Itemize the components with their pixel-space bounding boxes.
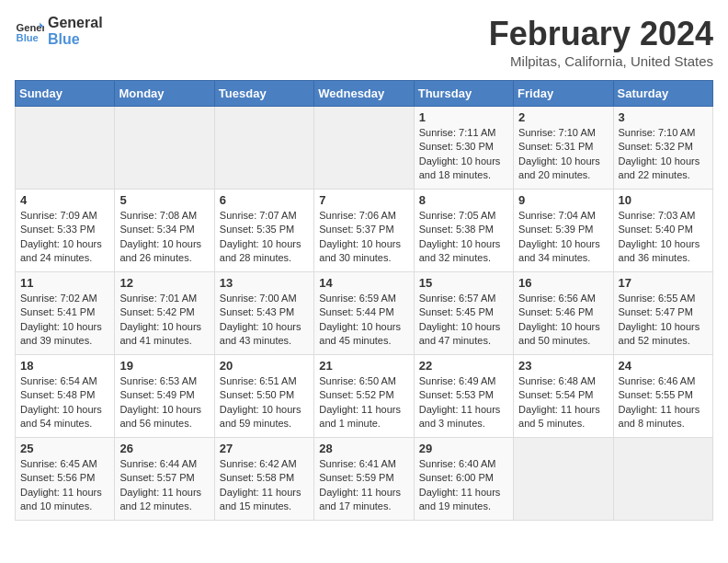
calendar-cell — [115, 107, 214, 190]
day-number: 15 — [419, 276, 508, 290]
day-number: 7 — [319, 193, 408, 207]
calendar-cell: 21Sunrise: 6:50 AM Sunset: 5:52 PM Dayli… — [314, 355, 414, 438]
day-info: Sunrise: 7:05 AM Sunset: 5:38 PM Dayligh… — [419, 209, 508, 266]
day-info: Sunrise: 6:48 AM Sunset: 5:54 PM Dayligh… — [518, 374, 608, 431]
calendar-cell: 14Sunrise: 6:59 AM Sunset: 5:44 PM Dayli… — [314, 272, 414, 355]
calendar-cell: 11Sunrise: 7:02 AM Sunset: 5:41 PM Dayli… — [16, 272, 115, 355]
calendar-cell: 20Sunrise: 6:51 AM Sunset: 5:50 PM Dayli… — [214, 355, 313, 438]
week-row-3: 11Sunrise: 7:02 AM Sunset: 5:41 PM Dayli… — [16, 272, 713, 355]
day-info: Sunrise: 6:55 AM Sunset: 5:47 PM Dayligh… — [619, 292, 708, 349]
day-info: Sunrise: 7:10 AM Sunset: 5:32 PM Dayligh… — [619, 126, 708, 183]
day-info: Sunrise: 7:03 AM Sunset: 5:40 PM Dayligh… — [619, 209, 708, 266]
day-info: Sunrise: 7:11 AM Sunset: 5:30 PM Dayligh… — [419, 126, 508, 183]
day-number: 17 — [619, 276, 708, 290]
day-info: Sunrise: 7:06 AM Sunset: 5:37 PM Dayligh… — [319, 209, 408, 266]
day-number: 12 — [119, 276, 209, 290]
day-number: 2 — [518, 110, 608, 124]
calendar-cell — [214, 107, 313, 190]
day-number: 27 — [220, 442, 309, 455]
logo-general: General — [48, 15, 103, 31]
calendar-cell: 6Sunrise: 7:07 AM Sunset: 5:35 PM Daylig… — [214, 190, 313, 272]
day-info: Sunrise: 6:40 AM Sunset: 6:00 PM Dayligh… — [419, 457, 508, 514]
day-info: Sunrise: 6:45 AM Sunset: 5:56 PM Dayligh… — [20, 457, 109, 514]
day-info: Sunrise: 6:49 AM Sunset: 5:53 PM Dayligh… — [419, 374, 508, 431]
logo-icon: General Blue — [15, 17, 44, 46]
day-info: Sunrise: 6:50 AM Sunset: 5:52 PM Dayligh… — [319, 374, 408, 431]
weekday-header-tuesday: Tuesday — [214, 81, 313, 107]
day-number: 21 — [319, 359, 408, 373]
day-number: 18 — [20, 359, 109, 373]
day-number: 13 — [220, 276, 309, 290]
day-info: Sunrise: 6:54 AM Sunset: 5:48 PM Dayligh… — [20, 374, 109, 431]
day-info: Sunrise: 6:59 AM Sunset: 5:44 PM Dayligh… — [319, 292, 408, 349]
day-number: 8 — [419, 193, 508, 207]
day-number: 20 — [220, 359, 309, 373]
calendar-cell: 5Sunrise: 7:08 AM Sunset: 5:34 PM Daylig… — [115, 190, 214, 272]
calendar-cell: 2Sunrise: 7:10 AM Sunset: 5:31 PM Daylig… — [514, 107, 613, 190]
calendar-cell: 15Sunrise: 6:57 AM Sunset: 5:45 PM Dayli… — [414, 272, 513, 355]
weekday-header-wednesday: Wednesday — [314, 81, 414, 107]
day-number: 28 — [319, 442, 408, 455]
calendar-cell: 13Sunrise: 7:00 AM Sunset: 5:43 PM Dayli… — [214, 272, 313, 355]
day-number: 10 — [619, 193, 708, 207]
day-number: 11 — [20, 276, 109, 290]
calendar-cell: 27Sunrise: 6:42 AM Sunset: 5:58 PM Dayli… — [214, 438, 313, 521]
calendar-cell: 12Sunrise: 7:01 AM Sunset: 5:42 PM Dayli… — [115, 272, 214, 355]
calendar-cell: 29Sunrise: 6:40 AM Sunset: 6:00 PM Dayli… — [414, 438, 513, 521]
day-info: Sunrise: 7:00 AM Sunset: 5:43 PM Dayligh… — [220, 292, 309, 349]
calendar-cell: 9Sunrise: 7:04 AM Sunset: 5:39 PM Daylig… — [514, 190, 613, 272]
day-number: 24 — [619, 359, 708, 373]
day-number: 9 — [518, 193, 608, 207]
day-number: 5 — [119, 193, 209, 207]
header: General Blue General Blue February 2024 … — [15, 15, 713, 69]
day-number: 25 — [20, 442, 109, 455]
weekday-header-friday: Friday — [514, 81, 613, 107]
calendar-cell — [314, 107, 414, 190]
day-info: Sunrise: 6:53 AM Sunset: 5:49 PM Dayligh… — [119, 374, 209, 431]
day-info: Sunrise: 6:42 AM Sunset: 5:58 PM Dayligh… — [220, 457, 309, 514]
day-number: 16 — [518, 276, 608, 290]
calendar-table: SundayMondayTuesdayWednesdayThursdayFrid… — [15, 80, 713, 521]
day-info: Sunrise: 6:41 AM Sunset: 5:59 PM Dayligh… — [319, 457, 408, 514]
title-block: February 2024 Milpitas, California, Unit… — [489, 15, 713, 69]
day-number: 6 — [220, 193, 309, 207]
day-info: Sunrise: 6:57 AM Sunset: 5:45 PM Dayligh… — [419, 292, 508, 349]
day-info: Sunrise: 6:46 AM Sunset: 5:55 PM Dayligh… — [619, 374, 708, 431]
day-number: 22 — [419, 359, 508, 373]
calendar-cell: 22Sunrise: 6:49 AM Sunset: 5:53 PM Dayli… — [414, 355, 513, 438]
logo: General Blue General Blue — [15, 15, 103, 47]
calendar-cell — [16, 107, 115, 190]
calendar-cell: 28Sunrise: 6:41 AM Sunset: 5:59 PM Dayli… — [314, 438, 414, 521]
day-info: Sunrise: 6:44 AM Sunset: 5:57 PM Dayligh… — [119, 457, 209, 514]
day-info: Sunrise: 7:04 AM Sunset: 5:39 PM Dayligh… — [518, 209, 608, 266]
day-info: Sunrise: 6:51 AM Sunset: 5:50 PM Dayligh… — [220, 374, 309, 431]
calendar-cell: 26Sunrise: 6:44 AM Sunset: 5:57 PM Dayli… — [115, 438, 214, 521]
day-info: Sunrise: 7:01 AM Sunset: 5:42 PM Dayligh… — [119, 292, 209, 349]
week-row-1: 1Sunrise: 7:11 AM Sunset: 5:30 PM Daylig… — [16, 107, 713, 190]
calendar-cell: 23Sunrise: 6:48 AM Sunset: 5:54 PM Dayli… — [514, 355, 613, 438]
calendar-cell: 25Sunrise: 6:45 AM Sunset: 5:56 PM Dayli… — [16, 438, 115, 521]
svg-text:Blue: Blue — [17, 32, 39, 43]
weekday-header-monday: Monday — [115, 81, 214, 107]
day-number: 26 — [119, 442, 209, 455]
day-number: 1 — [419, 110, 508, 124]
day-number: 19 — [119, 359, 209, 373]
weekday-header-sunday: Sunday — [16, 81, 115, 107]
day-info: Sunrise: 7:08 AM Sunset: 5:34 PM Dayligh… — [119, 209, 209, 266]
day-info: Sunrise: 6:56 AM Sunset: 5:46 PM Dayligh… — [518, 292, 608, 349]
week-row-4: 18Sunrise: 6:54 AM Sunset: 5:48 PM Dayli… — [16, 355, 713, 438]
day-info: Sunrise: 7:02 AM Sunset: 5:41 PM Dayligh… — [20, 292, 109, 349]
logo-blue: Blue — [48, 31, 103, 48]
calendar-cell: 8Sunrise: 7:05 AM Sunset: 5:38 PM Daylig… — [414, 190, 513, 272]
calendar-cell — [514, 438, 613, 521]
calendar-cell: 17Sunrise: 6:55 AM Sunset: 5:47 PM Dayli… — [613, 272, 712, 355]
calendar-cell: 4Sunrise: 7:09 AM Sunset: 5:33 PM Daylig… — [16, 190, 115, 272]
calendar-cell: 18Sunrise: 6:54 AM Sunset: 5:48 PM Dayli… — [16, 355, 115, 438]
calendar-cell: 16Sunrise: 6:56 AM Sunset: 5:46 PM Dayli… — [514, 272, 613, 355]
day-number: 3 — [619, 110, 708, 124]
main-title: February 2024 — [489, 15, 713, 53]
calendar-cell: 10Sunrise: 7:03 AM Sunset: 5:40 PM Dayli… — [613, 190, 712, 272]
day-number: 23 — [518, 359, 608, 373]
weekday-header-thursday: Thursday — [414, 81, 513, 107]
day-number: 4 — [20, 193, 109, 207]
